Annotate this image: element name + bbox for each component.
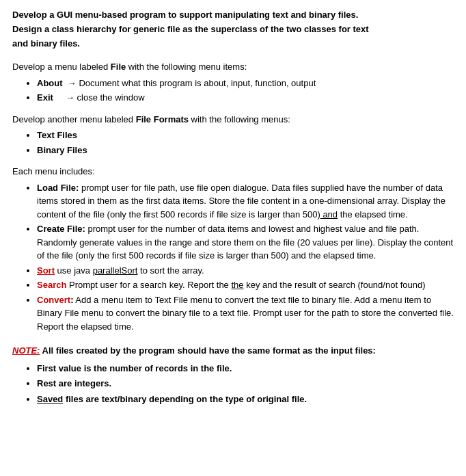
- file-formats-list: Text Files Binary Files: [12, 129, 454, 157]
- file-formats-section: Develop another menu labeled File Format…: [12, 113, 454, 157]
- list-item: Convert: Add a menu item to Text File me…: [37, 293, 454, 334]
- create-file-label: Create File:: [37, 224, 85, 234]
- convert-label: Convert: [37, 295, 70, 305]
- intro-line1: Develop a GUI menu-based program to supp…: [12, 10, 358, 20]
- note-text: All files created by the program should …: [40, 345, 375, 356]
- intro-paragraph: Develop a GUI menu-based program to supp…: [12, 8, 454, 51]
- list-item: Rest are integers.: [37, 377, 454, 391]
- note-items: First value is the number of records in …: [12, 362, 454, 406]
- file-formats-label: File Formats: [136, 114, 189, 124]
- note-label: NOTE:: [12, 345, 40, 356]
- create-file-desc: prompt user for the number of data items…: [37, 224, 453, 261]
- intro-line3: and binary files.: [12, 38, 80, 49]
- sort-label: Sort: [37, 265, 55, 276]
- intro-line2: Design a class hierarchy for generic fil…: [12, 24, 369, 34]
- list-item: Text Files: [37, 129, 454, 142]
- file-formats-intro: Develop another menu labeled File Format…: [12, 113, 454, 127]
- convert-desc: Add a menu item to Text File menu to con…: [37, 295, 454, 332]
- list-item: Exit → close the window: [37, 91, 454, 105]
- search-the: the: [231, 280, 243, 290]
- list-item: Saved files are text/binary depending on…: [37, 393, 454, 406]
- load-file-label: Load File:: [37, 183, 79, 193]
- file-menu-prefix: Develop a menu labeled: [12, 62, 111, 72]
- note-saved: Saved: [37, 394, 63, 404]
- load-file-desc2: the elapsed time.: [338, 209, 408, 220]
- menu-item-about-name: About: [37, 78, 63, 88]
- note-list: First value is the number of records in …: [12, 362, 454, 406]
- note-item1: First value is the number of records in …: [37, 363, 232, 373]
- file-menu-suffix: with the following menu items:: [126, 62, 247, 72]
- search-desc1: Prompt user for a search key. Report the: [66, 280, 231, 290]
- search-label: Search: [37, 280, 66, 290]
- note-item3: files are text/binary depending on the t…: [63, 394, 307, 404]
- list-item: Search Prompt user for a search key. Rep…: [37, 278, 454, 292]
- exit-arrow: →: [66, 92, 74, 103]
- note-section: NOTE: All files created by the program s…: [12, 344, 454, 406]
- file-menu-label: File: [111, 62, 126, 72]
- text-files-label: Text Files: [37, 130, 77, 140]
- note-item2: Rest are integers.: [37, 378, 111, 388]
- list-item: Create File: prompt user for the number …: [37, 222, 454, 263]
- sort-parallel: parallelSort: [93, 265, 138, 276]
- list-item: First value is the number of records in …: [37, 362, 454, 375]
- note-intro: NOTE: All files created by the program s…: [12, 344, 454, 358]
- each-menu-section: Each menu includes: Load File: prompt us…: [12, 165, 454, 333]
- file-menu-list: About → Document what this program is ab…: [12, 77, 454, 105]
- about-desc: Document what this program is about, inp…: [79, 78, 316, 88]
- binary-files-label: Binary Files: [37, 145, 87, 155]
- about-arrow: →: [68, 78, 77, 88]
- list-item: Binary Files: [37, 144, 454, 157]
- list-item: Sort use java parallelSort to sort the a…: [37, 264, 454, 278]
- sort-use: use java: [55, 265, 93, 276]
- list-item: About → Document what this program is ab…: [37, 77, 454, 90]
- list-item: Load File: prompt user for file path, us…: [37, 181, 454, 222]
- search-desc2: key and the result of search (found/not …: [244, 280, 426, 290]
- load-file-and: and: [320, 209, 338, 220]
- file-formats-prefix: Develop another menu labeled: [12, 114, 136, 124]
- each-menu-label: Each menu includes:: [12, 165, 454, 178]
- sort-desc: to sort the array.: [137, 265, 204, 276]
- file-formats-suffix: with the following menus:: [189, 114, 290, 124]
- exit-desc: close the window: [77, 92, 145, 103]
- file-menu-intro: Develop a menu labeled File with the fol…: [12, 60, 454, 74]
- file-menu-section: Develop a menu labeled File with the fol…: [12, 60, 454, 105]
- menu-item-exit-name: Exit: [37, 92, 53, 103]
- each-menu-list: Load File: prompt user for file path, us…: [12, 181, 454, 334]
